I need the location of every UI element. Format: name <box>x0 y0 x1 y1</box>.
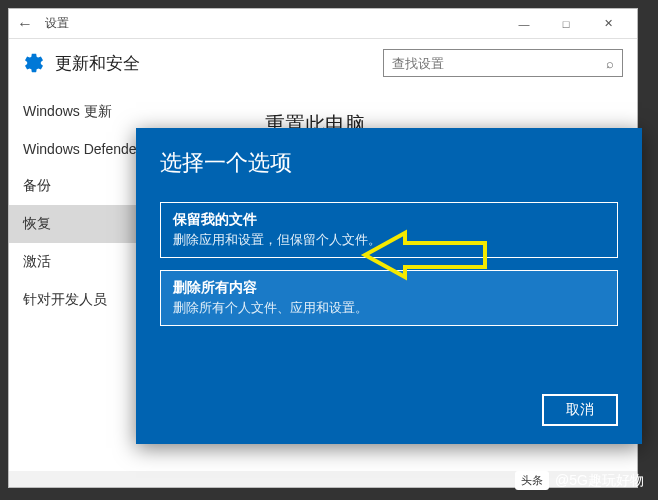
option-title: 删除所有内容 <box>173 279 605 297</box>
header: 更新和安全 ⌕ <box>9 39 637 93</box>
sidebar-item-windows-update[interactable]: Windows 更新 <box>9 93 239 131</box>
gear-icon <box>23 52 45 74</box>
watermark-badge: 头条 <box>515 471 549 490</box>
watermark-text: @5G趣玩好物 <box>555 472 644 490</box>
option-desc: 删除所有个人文件、应用和设置。 <box>173 299 605 317</box>
search-box[interactable]: ⌕ <box>383 49 623 77</box>
maximize-button[interactable]: □ <box>545 10 587 38</box>
reset-dialog: 选择一个选项 保留我的文件 删除应用和设置，但保留个人文件。 删除所有内容 删除… <box>136 128 642 444</box>
minimize-button[interactable]: — <box>503 10 545 38</box>
option-remove-everything[interactable]: 删除所有内容 删除所有个人文件、应用和设置。 <box>160 270 618 326</box>
option-desc: 删除应用和设置，但保留个人文件。 <box>173 231 605 249</box>
dialog-title: 选择一个选项 <box>160 148 618 178</box>
close-button[interactable]: ✕ <box>587 10 629 38</box>
window-controls: — □ ✕ <box>503 10 629 38</box>
option-title: 保留我的文件 <box>173 211 605 229</box>
watermark: 头条 @5G趣玩好物 <box>515 471 644 490</box>
page-title: 更新和安全 <box>55 52 140 75</box>
search-input[interactable] <box>392 56 606 71</box>
window-title: 设置 <box>37 15 503 32</box>
option-keep-files[interactable]: 保留我的文件 删除应用和设置，但保留个人文件。 <box>160 202 618 258</box>
back-icon[interactable]: ← <box>17 15 37 33</box>
cancel-button[interactable]: 取消 <box>542 394 618 426</box>
titlebar: ← 设置 — □ ✕ <box>9 9 637 39</box>
search-icon: ⌕ <box>606 56 614 71</box>
